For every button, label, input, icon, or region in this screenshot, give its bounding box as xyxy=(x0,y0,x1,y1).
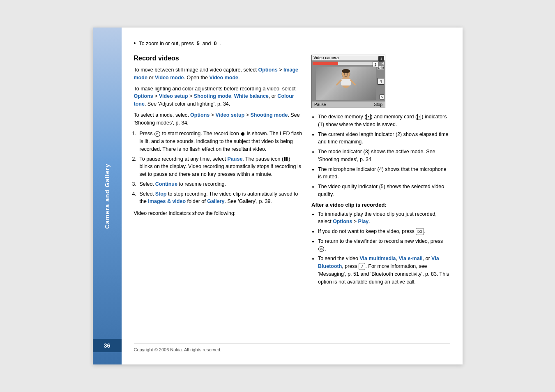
right-bullet-2: The current video length indicator (2) s… xyxy=(318,131,450,146)
svg-point-1 xyxy=(342,69,350,73)
options-link-3[interactable]: Options xyxy=(190,112,210,118)
pause-icon xyxy=(284,157,288,161)
intro-para-3: To select a mode, select Options > Video… xyxy=(134,111,304,127)
continue-link[interactable]: Continue xyxy=(155,181,177,187)
white-balance-link[interactable]: White balance xyxy=(234,93,269,99)
after-bullets-list: To immediately play the video clip you j… xyxy=(318,210,450,286)
gallery-link[interactable]: Gallery xyxy=(207,198,224,204)
options-play-link[interactable]: Options xyxy=(333,219,352,224)
sidebar: Camera and Gallery 36 xyxy=(93,28,122,364)
circle-btn-icon: ⊙ xyxy=(318,246,324,252)
video-recorder-text: Video recorder indicators show the follo… xyxy=(134,210,304,217)
step-4: Select Stop to stop recording. The video… xyxy=(138,190,304,206)
options-link-2[interactable]: Options xyxy=(134,93,153,99)
bullet-symbol: • xyxy=(134,40,136,46)
mem-card-icon: ▫ xyxy=(417,114,421,120)
play-link[interactable]: Play xyxy=(358,219,369,224)
device-mem-icon: ▪ xyxy=(366,114,370,120)
video-preview-container: Video camera 1 2 1:48 3 xyxy=(311,55,450,108)
images-video-link[interactable]: Images & video xyxy=(148,198,186,204)
video-setup-link-1[interactable]: Video setup xyxy=(159,93,188,99)
video-num1: 1 xyxy=(378,56,384,62)
right-bullet-4: The microphone indicator (4) shows that … xyxy=(318,166,450,181)
svg-line-6 xyxy=(337,80,341,85)
after-bullet-2: If you do not want to keep the video, pr… xyxy=(318,228,450,235)
after-bullet-1: To immediately play the video clip you j… xyxy=(318,210,450,226)
svg-point-5 xyxy=(347,74,348,75)
main-content: • To zoom in or out, press 5 and 0 . Rec… xyxy=(122,28,463,364)
send-key-icon: ↗ xyxy=(359,263,365,270)
shooting-mode-link-2[interactable]: Shooting mode xyxy=(250,112,288,118)
video-photo-area xyxy=(316,67,376,100)
page: Camera and Gallery 36 • To zoom in or ou… xyxy=(93,28,463,364)
video-num2: 2 xyxy=(382,62,384,65)
section-title: Record videos xyxy=(134,55,304,62)
right-bullet-5: The video quality indicator (5) shows th… xyxy=(318,183,450,198)
footer: Copyright © 2006 Nokia. All rights reser… xyxy=(134,344,450,352)
video-mode-link-2[interactable]: Video mode xyxy=(209,75,238,81)
steps-list: Press ⊙ to start recording. The record i… xyxy=(138,130,304,205)
video-stop-btn[interactable]: Stop xyxy=(374,102,382,107)
step-3: Select Continue to resume recording. xyxy=(138,180,304,188)
zoom-text: To zoom in or out, press 5 and 0 . xyxy=(139,41,221,46)
pause-link[interactable]: Pause xyxy=(228,156,243,162)
video-num4: 4 xyxy=(378,78,384,85)
intro-para-2: To make lighting and color adjustments b… xyxy=(134,85,304,108)
step-2: To pause recording at any time, select P… xyxy=(138,155,304,178)
sidebar-label: Camera and Gallery xyxy=(104,164,111,229)
step-1: Press ⊙ to start recording. The record i… xyxy=(138,130,304,153)
via-email-link[interactable]: Via e-mail xyxy=(398,256,422,261)
right-bullet-1: The device memory (▪) and memory card (▫… xyxy=(318,113,450,129)
svg-rect-3 xyxy=(341,79,351,85)
svg-line-7 xyxy=(351,80,355,85)
video-pause-btn[interactable]: Pause xyxy=(314,102,326,107)
two-col-layout: Record videos To move between still imag… xyxy=(134,55,450,339)
after-section: After a video clip is recorded: To immed… xyxy=(311,202,450,286)
right-bullets-list: The device memory (▪) and memory card (▫… xyxy=(318,113,450,198)
stop-link[interactable]: Stop xyxy=(155,191,167,197)
end-key-icon: ⌧ xyxy=(416,228,424,235)
svg-point-4 xyxy=(344,74,345,75)
top-bullet: • To zoom in or out, press 5 and 0 . xyxy=(134,40,450,46)
record-dot-icon xyxy=(241,132,244,136)
video-time: 1:48 xyxy=(378,66,384,69)
after-bullet-3: To return to the viewfinder to record a … xyxy=(318,238,450,253)
page-number: 36 xyxy=(93,339,122,352)
video-preview: Video camera 1 2 1:48 3 xyxy=(311,55,385,108)
left-column: Record videos To move between still imag… xyxy=(134,55,304,339)
child-figure-svg xyxy=(334,69,358,98)
video-mode-link-1[interactable]: Video mode xyxy=(155,75,184,81)
copyright-text: Copyright © 2006 Nokia. All rights reser… xyxy=(134,347,222,352)
right-column: Video camera 1 2 1:48 3 xyxy=(311,55,450,339)
video-num5: 5 xyxy=(380,95,384,99)
video-title: Video camera xyxy=(313,55,339,60)
video-bottom-bar: Pause Stop xyxy=(312,101,385,108)
after-section-title: After a video clip is recorded: xyxy=(311,202,450,208)
video-setup-link-2[interactable]: Video setup xyxy=(216,112,245,118)
circle-button-icon: ⊙ xyxy=(154,131,160,137)
after-bullet-4: To send the video Via multimedia, Via e-… xyxy=(318,255,450,286)
right-bullet-3: The mode indicator (3) shows the active … xyxy=(318,148,450,164)
via-multimedia-link[interactable]: Via multimedia xyxy=(359,256,396,261)
intro-para-1: To move between still image and video ca… xyxy=(134,66,304,82)
video-header: Video camera xyxy=(312,55,385,60)
video-indicator-bar xyxy=(313,62,377,65)
options-link-1[interactable]: Options xyxy=(258,67,277,73)
shooting-mode-link-1[interactable]: Shooting mode xyxy=(194,93,231,99)
video-indicator-fill xyxy=(313,62,338,65)
